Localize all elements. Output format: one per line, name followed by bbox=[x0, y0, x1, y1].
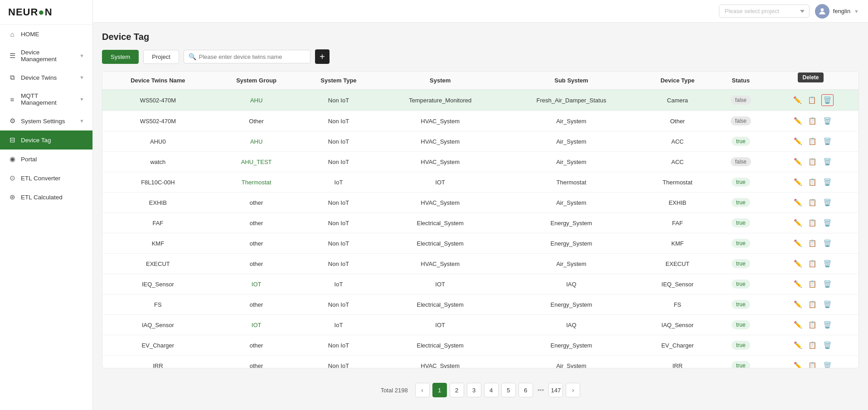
table-row: IRR other Non IoT HVAC_System Air_System… bbox=[102, 356, 858, 369]
delete-button[interactable]: 🗑️ bbox=[822, 258, 833, 269]
copy-button[interactable]: 📋 bbox=[807, 340, 818, 351]
edit-button[interactable]: ✏️ bbox=[792, 258, 804, 269]
delete-button[interactable]: 🗑️ bbox=[822, 360, 833, 368]
sidebar-item-etl-calculated[interactable]: ⊛ ETL Calculated bbox=[0, 188, 92, 207]
copy-button[interactable]: 📋 bbox=[807, 299, 818, 310]
tab-system[interactable]: System bbox=[102, 50, 139, 64]
nav-icon-portal: ◉ bbox=[8, 155, 16, 163]
username-label: fenglin bbox=[833, 8, 850, 14]
cell-status: true bbox=[715, 233, 766, 254]
edit-button[interactable]: ✏️ bbox=[792, 299, 804, 310]
data-table: Device Twins Name System Group System Ty… bbox=[102, 72, 858, 368]
delete-button[interactable]: 🗑️ bbox=[822, 116, 833, 126]
edit-button[interactable]: ✏️ bbox=[792, 340, 804, 351]
copy-button[interactable]: 📋 bbox=[807, 156, 818, 167]
page-4-button[interactable]: 4 bbox=[484, 383, 499, 397]
copy-button[interactable]: 📋 bbox=[807, 319, 818, 330]
page-2-button[interactable]: 2 bbox=[450, 383, 464, 397]
cell-system-group: AHU bbox=[213, 131, 300, 152]
edit-button[interactable]: ✏️ bbox=[792, 156, 804, 167]
nav-label-device-tag: Device Tag bbox=[21, 137, 84, 144]
cell-sub-system: Air_System bbox=[503, 356, 640, 369]
nav-label-mqtt-management: MQTT Management bbox=[21, 92, 75, 106]
search-wrap: 🔍 bbox=[184, 50, 310, 63]
project-select[interactable]: Please select project bbox=[719, 5, 810, 18]
delete-button[interactable]: 🗑️ bbox=[822, 177, 833, 188]
delete-button[interactable]: 🗑️ bbox=[822, 156, 833, 167]
delete-button[interactable]: 🗑️ bbox=[821, 94, 834, 106]
edit-button[interactable]: ✏️ bbox=[792, 238, 804, 249]
cell-actions: ✏️ 📋 🗑️ bbox=[766, 152, 858, 172]
page-1-button[interactable]: 1 bbox=[432, 383, 447, 397]
cell-system-group: other bbox=[213, 193, 300, 213]
table-row: EXECUT other Non IoT HVAC_System Air_Sys… bbox=[102, 254, 858, 274]
cell-system: Electrical_System bbox=[378, 294, 502, 315]
user-area[interactable]: fenglin ▼ bbox=[815, 4, 859, 19]
delete-button[interactable]: 🗑️ bbox=[822, 319, 833, 330]
cell-actions: ✏️ 📋 🗑️ bbox=[766, 131, 858, 152]
page-5-button[interactable]: 5 bbox=[501, 383, 516, 397]
cell-system: HVAC_System bbox=[378, 152, 502, 172]
sidebar-item-portal[interactable]: ◉ Portal bbox=[0, 150, 92, 169]
copy-button[interactable]: 📋 bbox=[806, 95, 818, 106]
edit-button[interactable]: ✏️ bbox=[792, 136, 804, 147]
copy-button[interactable]: 📋 bbox=[807, 279, 818, 289]
delete-button[interactable]: 🗑️ bbox=[822, 299, 833, 310]
cell-status: true bbox=[715, 274, 766, 294]
cell-device-type: EXECUT bbox=[640, 254, 715, 274]
delete-button[interactable]: 🗑️ bbox=[822, 217, 833, 228]
copy-button[interactable]: 📋 bbox=[807, 136, 818, 147]
table-row: AHU0 AHU Non IoT HVAC_System Air_System … bbox=[102, 131, 858, 152]
sidebar-item-device-management[interactable]: ☰ Device Management ▼ bbox=[0, 43, 92, 68]
cell-sub-system: Energy_System bbox=[503, 335, 640, 356]
sidebar-item-device-twins[interactable]: ⧉ Device Twins ▼ bbox=[0, 68, 92, 87]
edit-button[interactable]: ✏️ bbox=[792, 217, 804, 228]
col-status: Status bbox=[715, 72, 766, 90]
delete-button[interactable]: 🗑️ bbox=[822, 279, 833, 289]
copy-button[interactable]: 📋 bbox=[807, 360, 818, 368]
copy-button[interactable]: 📋 bbox=[807, 177, 818, 188]
table-row: F8L10C-00H Thermostat IoT IOT Thermostat… bbox=[102, 172, 858, 193]
copy-button[interactable]: 📋 bbox=[807, 197, 818, 208]
add-button[interactable]: + bbox=[315, 49, 330, 64]
page-6-button[interactable]: 6 bbox=[519, 383, 533, 397]
cell-twins-name: IAQ_Sensor bbox=[102, 315, 213, 335]
copy-button[interactable]: 📋 bbox=[807, 258, 818, 269]
status-badge: true bbox=[732, 198, 750, 207]
next-page-button[interactable]: › bbox=[566, 383, 580, 397]
edit-button[interactable]: ✏️ bbox=[792, 177, 804, 188]
last-page-button[interactable]: 147 bbox=[548, 383, 563, 397]
page-3-button[interactable]: 3 bbox=[467, 383, 481, 397]
edit-button[interactable]: ✏️ bbox=[792, 319, 804, 330]
cell-system: Electrical_System bbox=[378, 213, 502, 233]
cell-system-group: other bbox=[213, 356, 300, 369]
edit-button[interactable]: ✏️ bbox=[792, 116, 804, 126]
copy-button[interactable]: 📋 bbox=[807, 238, 818, 249]
delete-button[interactable]: 🗑️ bbox=[822, 136, 833, 147]
col-system: System bbox=[378, 72, 502, 90]
sidebar-item-mqtt-management[interactable]: ≡ MQTT Management ▼ bbox=[0, 87, 92, 111]
nav-label-device-twins: Device Twins bbox=[21, 74, 75, 81]
edit-button[interactable]: ✏️ bbox=[792, 279, 804, 289]
cell-twins-name: WS502-470M bbox=[102, 90, 213, 111]
prev-page-button[interactable]: ‹ bbox=[415, 383, 430, 397]
sidebar-item-etl-converter[interactable]: ⊙ ETL Converter bbox=[0, 169, 92, 188]
sidebar-item-home[interactable]: ⌂ HOME bbox=[0, 25, 92, 43]
edit-button[interactable]: ✏️ bbox=[792, 95, 803, 106]
cell-system-type: Non IoT bbox=[299, 90, 378, 111]
copy-button[interactable]: 📋 bbox=[807, 116, 818, 126]
edit-button[interactable]: ✏️ bbox=[792, 197, 804, 208]
cell-system-type: Non IoT bbox=[299, 111, 378, 131]
delete-button[interactable]: 🗑️ bbox=[822, 340, 833, 351]
edit-button[interactable]: ✏️ bbox=[792, 360, 804, 368]
copy-button[interactable]: 📋 bbox=[807, 217, 818, 228]
delete-button[interactable]: 🗑️ bbox=[822, 238, 833, 249]
delete-button[interactable]: 🗑️ bbox=[822, 197, 833, 208]
status-badge: true bbox=[732, 239, 750, 248]
tab-project[interactable]: Project bbox=[143, 50, 179, 64]
col-device-type: Device Type bbox=[640, 72, 715, 90]
main-content: Please select project fenglin ▼ Device T… bbox=[93, 0, 868, 410]
sidebar-item-system-settings[interactable]: ⚙ System Settings ▼ bbox=[0, 111, 92, 130]
sidebar-item-device-tag[interactable]: ⊟ Device Tag bbox=[0, 130, 92, 150]
search-input[interactable] bbox=[199, 53, 305, 60]
